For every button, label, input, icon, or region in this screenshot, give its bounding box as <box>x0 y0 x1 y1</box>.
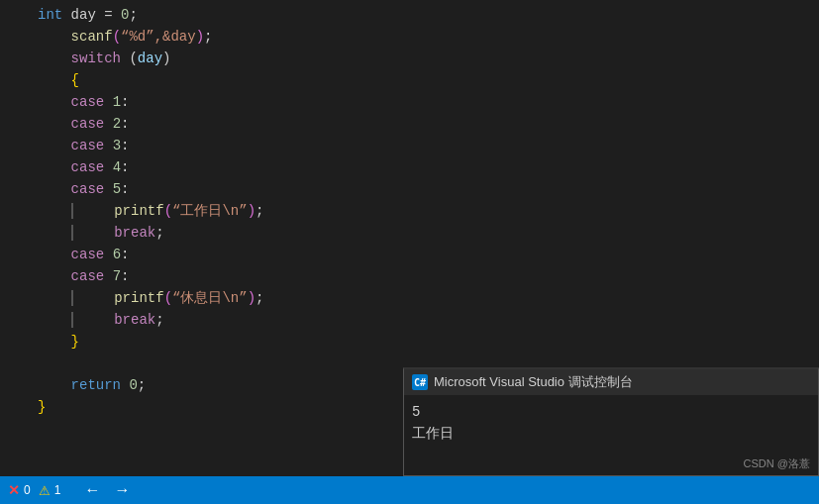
error-status: ✕ 0 <box>8 482 31 498</box>
line-content-14: printf(“休息日\n”); <box>38 287 819 309</box>
warning-count: 1 <box>54 483 61 497</box>
code-line-7: case 3: <box>0 135 819 156</box>
code-line-12: case 6: <box>0 244 819 265</box>
code-line-14: printf(“休息日\n”); <box>0 287 819 309</box>
debug-console-content: 5 工作日 <box>404 395 818 454</box>
code-line-2: scanf(“%d”,&day); <box>0 26 819 48</box>
debug-console: C# Microsoft Visual Studio 调试控制台 5 工作日 C… <box>403 367 819 476</box>
error-count: 0 <box>24 483 31 497</box>
line-content-15: break; <box>38 309 819 331</box>
line-content-1: int day = 0; <box>38 4 819 26</box>
debug-console-title: Microsoft Visual Studio 调试控制台 <box>434 373 633 391</box>
back-button[interactable]: ← <box>80 482 104 498</box>
line-content-2: scanf(“%d”,&day); <box>38 26 819 48</box>
line-content-4: { <box>38 69 819 91</box>
code-line-15: break; <box>0 309 819 331</box>
code-line-10: printf(“工作日\n”); <box>0 200 819 222</box>
code-line-13: case 7: <box>0 265 819 287</box>
line-content-16: } <box>38 331 819 353</box>
error-icon: ✕ <box>8 482 20 498</box>
warning-icon: ⚠ <box>39 483 51 498</box>
code-line-5: case 1: <box>0 91 819 113</box>
line-content-9: case 5: <box>38 178 819 200</box>
debug-footer-text: CSDN @洛薏 <box>744 456 810 471</box>
debug-output-2: 工作日 <box>412 423 810 445</box>
code-lines: int day = 0; scanf(“%d”,&day); switch (d… <box>0 0 819 422</box>
line-content-3: switch (day) <box>38 48 819 69</box>
code-line-6: case 2: <box>0 113 819 135</box>
line-content-6: case 2: <box>38 113 819 135</box>
code-line-11: break; <box>0 222 819 244</box>
debug-footer: CSDN @洛薏 <box>404 454 818 475</box>
code-line-1: int day = 0; <box>0 4 819 26</box>
debug-title-bar: C# Microsoft Visual Studio 调试控制台 <box>404 369 818 395</box>
line-content-5: case 1: <box>38 91 819 113</box>
nav-arrows: ← → <box>80 482 134 498</box>
line-content-7: case 3: <box>38 135 819 156</box>
line-content-11: break; <box>38 222 819 244</box>
line-content-12: case 6: <box>38 244 819 265</box>
code-line-9: case 5: <box>0 178 819 200</box>
line-content-13: case 7: <box>38 265 819 287</box>
line-content-10: printf(“工作日\n”); <box>38 200 819 222</box>
debug-output-1: 5 <box>412 401 810 423</box>
status-bar: ✕ 0 ⚠ 1 ← → <box>0 476 819 504</box>
forward-button[interactable]: → <box>110 482 134 498</box>
code-line-8: case 4: <box>0 156 819 178</box>
visual-studio-icon: C# <box>412 374 428 390</box>
code-line-16: } <box>0 331 819 353</box>
code-line-4: { <box>0 69 819 91</box>
code-line-3: switch (day) <box>0 48 819 69</box>
warning-status: ⚠ 1 <box>39 483 61 498</box>
line-content-8: case 4: <box>38 156 819 178</box>
